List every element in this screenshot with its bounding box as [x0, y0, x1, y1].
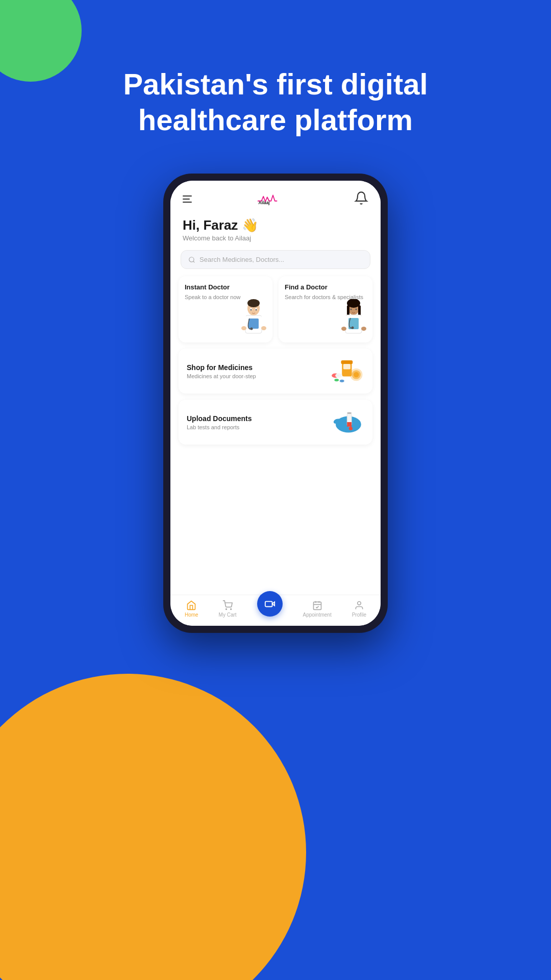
svg-point-25	[361, 327, 366, 331]
svg-point-1	[189, 257, 194, 261]
greeting-section: Hi, Faraz 👋 Welcome back to Ailaaj	[170, 213, 381, 248]
home-icon	[186, 600, 196, 610]
svg-rect-18	[358, 305, 361, 315]
svg-point-26	[350, 309, 352, 310]
app-content: Ailaaj Hi, Faraz 👋 Welcome back to Ailaa…	[170, 181, 381, 626]
svg-text:Ailaaj: Ailaaj	[259, 201, 270, 205]
find-doctor-title: Find a Doctor	[285, 283, 366, 292]
services-list: Shop for Medicines Medicines at your doo…	[170, 349, 381, 445]
svg-rect-5	[248, 318, 259, 329]
svg-point-6	[251, 328, 253, 330]
hamburger-icon[interactable]	[183, 195, 192, 203]
svg-point-13	[251, 309, 252, 310]
cart-label: My Cart	[219, 612, 237, 618]
female-doctor-illustration	[337, 299, 370, 342]
profile-label: Profile	[352, 612, 366, 618]
greeting-subtitle: Welcome back to Ailaaj	[183, 234, 368, 242]
svg-point-24	[341, 327, 346, 331]
phone-frame: Ailaaj Hi, Faraz 👋 Welcome back to Ailaa…	[163, 174, 388, 633]
svg-rect-42	[347, 422, 352, 427]
appointment-label: Appointment	[303, 612, 332, 618]
upload-documents-sub: Lab tests and reports	[187, 424, 252, 430]
notification-bell-icon[interactable]	[354, 191, 368, 207]
search-placeholder: Search Medicines, Doctors...	[199, 256, 284, 263]
svg-point-46	[231, 609, 232, 610]
app-header: Ailaaj	[170, 181, 381, 213]
svg-point-14	[256, 309, 257, 310]
person-icon	[354, 600, 364, 610]
svg-rect-8	[261, 315, 266, 328]
nav-home[interactable]: Home	[185, 600, 198, 618]
instant-doctor-card[interactable]: Instant Doctor Speak to a doctor now	[179, 276, 272, 342]
svg-point-3	[247, 299, 260, 307]
medicine-illustration	[329, 356, 364, 386]
upload-documents-title: Upload Documents	[187, 414, 252, 423]
headline-line2: healthcare platform	[41, 102, 510, 138]
app-logo: Ailaaj	[258, 193, 288, 205]
upload-documents-card[interactable]: Upload Documents Lab tests and reports	[179, 400, 372, 445]
video-icon	[264, 598, 276, 609]
svg-point-36	[354, 372, 359, 378]
headline-line1: Pakistan's first digital	[41, 66, 510, 102]
svg-rect-48	[313, 602, 321, 609]
svg-rect-17	[347, 305, 349, 315]
svg-point-37	[334, 379, 339, 381]
home-label: Home	[185, 612, 198, 618]
services-grid: Instant Doctor Speak to a doctor now	[170, 276, 381, 349]
male-doctor-illustration	[237, 299, 270, 342]
calendar-icon	[312, 600, 322, 610]
nav-video-button[interactable]	[257, 591, 283, 617]
svg-rect-7	[241, 315, 246, 328]
svg-point-21	[352, 327, 354, 329]
shop-medicines-card[interactable]: Shop for Medicines Medicines at your doo…	[179, 349, 372, 394]
svg-point-9	[241, 326, 246, 330]
phone-mockup: Ailaaj Hi, Faraz 👋 Welcome back to Ailaa…	[163, 174, 388, 633]
instant-doctor-title: Instant Doctor	[185, 283, 266, 292]
bg-orange-blob	[0, 674, 306, 980]
search-icon	[188, 256, 195, 263]
svg-point-52	[357, 602, 361, 605]
svg-point-27	[356, 309, 357, 310]
svg-rect-22	[341, 315, 346, 328]
bottom-nav: Home My Cart	[170, 595, 381, 626]
greeting-title: Hi, Faraz 👋	[183, 217, 368, 233]
nav-appointment[interactable]: Appointment	[303, 600, 332, 618]
svg-rect-29	[341, 360, 353, 364]
svg-rect-47	[265, 601, 272, 606]
lab-illustration	[323, 407, 364, 437]
svg-point-38	[340, 380, 344, 382]
find-doctor-card[interactable]: Find a Doctor Search for doctors & speci…	[279, 276, 372, 342]
svg-point-43	[347, 412, 352, 414]
shop-medicines-sub: Medicines at your door-step	[187, 373, 256, 379]
shop-medicines-title: Shop for Medicines	[187, 363, 256, 372]
svg-point-45	[226, 609, 227, 610]
cart-icon	[222, 600, 233, 610]
search-bar[interactable]: Search Medicines, Doctors...	[181, 250, 370, 269]
svg-rect-23	[361, 315, 366, 328]
phone-screen: Ailaaj Hi, Faraz 👋 Welcome back to Ailaa…	[170, 181, 381, 626]
headline: Pakistan's first digital healthcare plat…	[0, 66, 551, 137]
svg-point-10	[261, 326, 266, 330]
nav-profile[interactable]: Profile	[352, 600, 366, 618]
spacer	[170, 445, 381, 595]
nav-cart[interactable]: My Cart	[219, 600, 237, 618]
svg-rect-30	[343, 364, 350, 370]
